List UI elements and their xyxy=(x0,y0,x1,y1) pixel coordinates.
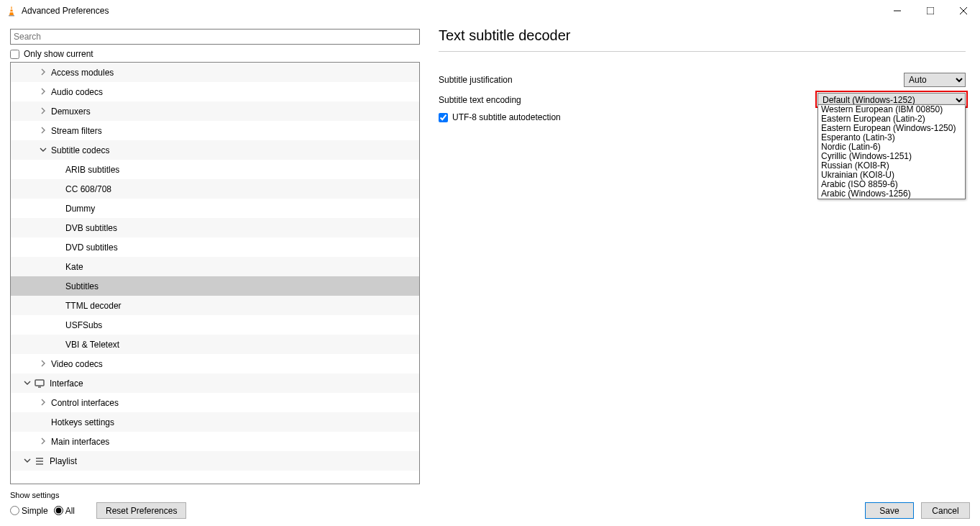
tree-item-label: Video codecs xyxy=(48,359,103,369)
tree-item[interactable]: ›CC 608/708 xyxy=(11,179,419,199)
tree-item[interactable]: ›DVD subtitles xyxy=(11,237,419,257)
interface-icon xyxy=(32,378,47,389)
tree-item-label: Subtitles xyxy=(63,281,99,291)
tree-item-label: Access modules xyxy=(48,68,114,78)
tree-item[interactable]: Playlist xyxy=(11,451,419,471)
utf8-autodetect-label: UTF-8 subtitle autodetection xyxy=(452,112,561,122)
chevron-down-icon xyxy=(22,457,32,466)
titlebar: Advanced Preferences xyxy=(0,0,980,22)
playlist-icon xyxy=(32,456,47,466)
tree-item-label: Control interfaces xyxy=(48,398,119,408)
cancel-button[interactable]: Cancel xyxy=(921,502,970,519)
tree-item[interactable]: ›Dummy xyxy=(11,199,419,218)
svg-rect-2 xyxy=(10,9,13,9)
justification-label: Subtitle justification xyxy=(439,75,812,85)
tree-item-label: Playlist xyxy=(47,456,77,466)
all-radio[interactable]: All xyxy=(54,506,75,516)
svg-rect-3 xyxy=(10,12,14,12)
tree-item[interactable]: Interface xyxy=(11,373,419,393)
tree-item-label: DVB subtitles xyxy=(63,223,117,233)
tree-item[interactable]: ›TTML decoder xyxy=(11,296,419,315)
tree-item[interactable]: ›ARIB subtitles xyxy=(11,160,419,179)
tree-item-label: Subtitle codecs xyxy=(48,145,109,155)
minimize-button[interactable] xyxy=(881,0,914,22)
chevron-right-icon xyxy=(38,360,48,368)
encoding-label: Subtitle text encoding xyxy=(439,95,812,105)
tree-item-label: USFSubs xyxy=(63,320,102,330)
svg-rect-8 xyxy=(35,380,44,386)
tree-item-label: Interface xyxy=(47,378,83,389)
page-title: Text subtitle decoder xyxy=(439,27,966,44)
svg-rect-1 xyxy=(9,15,14,17)
chevron-right-icon xyxy=(38,127,48,135)
only-show-current-checkbox[interactable] xyxy=(10,50,19,59)
chevron-right-icon xyxy=(38,68,48,77)
tree-item-label: Demuxers xyxy=(48,106,91,117)
tree-item[interactable]: ›USFSubs xyxy=(11,315,419,335)
tree-item-label: CC 608/708 xyxy=(63,184,111,194)
tree-item-label: DVD subtitles xyxy=(63,242,118,253)
category-tree[interactable]: Access modulesAudio codecsDemuxersStream… xyxy=(10,62,420,484)
window-title: Advanced Preferences xyxy=(22,6,109,16)
dropdown-option[interactable]: Arabic (Windows-1256) xyxy=(818,189,965,199)
maximize-button[interactable] xyxy=(914,0,947,22)
tree-item-label: Kate xyxy=(63,262,83,272)
utf8-autodetect-checkbox[interactable] xyxy=(439,113,448,122)
tree-item[interactable]: Access modules xyxy=(11,63,419,82)
reset-preferences-button[interactable]: Reset Preferences xyxy=(96,502,186,519)
justification-select[interactable]: Auto xyxy=(904,73,966,87)
chevron-right-icon xyxy=(38,107,48,116)
tree-item[interactable]: Subtitle codecs xyxy=(11,140,419,160)
tree-item-label: Main interfaces xyxy=(48,437,109,447)
tree-item-label: Dummy xyxy=(63,204,95,214)
svg-marker-0 xyxy=(9,6,14,15)
divider xyxy=(439,51,966,52)
tree-item[interactable]: ›Subtitles xyxy=(11,276,419,296)
tree-item-label: TTML decoder xyxy=(63,301,122,311)
tree-item[interactable]: Audio codecs xyxy=(11,82,419,101)
chevron-right-icon xyxy=(38,437,48,446)
chevron-right-icon xyxy=(38,399,48,407)
tree-item-label: Stream filters xyxy=(48,126,102,136)
tree-item[interactable]: Video codecs xyxy=(11,354,419,373)
tree-item[interactable]: Demuxers xyxy=(11,101,419,121)
tree-item-label: ARIB subtitles xyxy=(63,165,119,175)
tree-item[interactable]: ›Hotkeys settings xyxy=(11,412,419,432)
simple-radio[interactable]: Simple xyxy=(10,506,48,516)
encoding-dropdown-list[interactable]: Western European (IBM 00850)Eastern Euro… xyxy=(818,104,966,199)
chevron-down-icon xyxy=(38,146,48,155)
tree-item[interactable]: ›VBI & Teletext xyxy=(11,335,419,354)
chevron-down-icon xyxy=(22,379,32,388)
search-input[interactable] xyxy=(10,29,420,45)
tree-item[interactable]: ›Kate xyxy=(11,257,419,276)
tree-item[interactable]: Control interfaces xyxy=(11,393,419,412)
tree-item-label: Hotkeys settings xyxy=(48,417,114,427)
show-settings-label: Show settings xyxy=(10,491,186,499)
tree-item[interactable]: Main interfaces xyxy=(11,432,419,451)
tree-item[interactable]: Stream filters xyxy=(11,121,419,140)
save-button[interactable]: Save xyxy=(865,502,914,519)
vlc-cone-icon xyxy=(6,5,17,17)
only-show-current-label: Only show current xyxy=(24,49,93,59)
svg-rect-5 xyxy=(927,7,934,14)
tree-item-label: VBI & Teletext xyxy=(63,340,119,350)
close-button[interactable] xyxy=(947,0,980,22)
tree-item-label: Audio codecs xyxy=(48,87,103,97)
tree-item[interactable]: ›DVB subtitles xyxy=(11,218,419,237)
chevron-right-icon xyxy=(38,88,48,96)
